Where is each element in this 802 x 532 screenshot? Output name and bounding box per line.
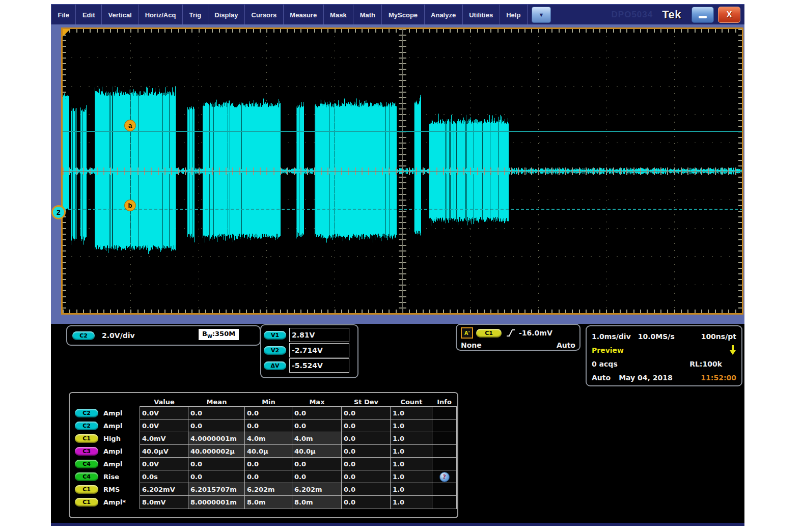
cursor-b-handle[interactable]: b (124, 200, 136, 211)
meas-cell: 0.0 (245, 458, 292, 470)
meas-info-cell (432, 458, 456, 470)
minimize-icon (699, 16, 707, 18)
menu-file[interactable]: File (51, 5, 76, 25)
channel-scale: 2.0V/div (102, 331, 135, 340)
meas-cell: 4.0mV (140, 432, 188, 445)
channel-badge: C2 (75, 409, 98, 417)
menu-edit[interactable]: Edit (76, 5, 102, 25)
meas-cell: 1.0 (391, 483, 432, 496)
trigger-mode: Auto (557, 341, 575, 349)
waveform-zone: a b 2 (51, 24, 744, 324)
cursor-a-handle[interactable]: a (124, 120, 136, 131)
meas-cell: 0.0V (140, 407, 188, 419)
meas-cell: 0.0 (245, 419, 292, 432)
meas-cell: 1.0 (391, 432, 432, 445)
info-icon[interactable]: ? (439, 472, 450, 482)
meas-cell: 0.0 (342, 496, 391, 509)
graticule-frame: a b (61, 27, 743, 315)
meas-info-cell (432, 407, 456, 419)
meas-cell: 6.202m (245, 483, 292, 496)
meas-info-cell (432, 445, 456, 458)
screen: File Edit Vertical Horiz/Acq Trig Displa… (0, 0, 802, 532)
trigger-type: None (461, 341, 482, 349)
meas-cell: 0.0 (342, 458, 391, 470)
menu-display[interactable]: Display (208, 5, 245, 25)
menu-horiz-acq[interactable]: Horiz/Acq (139, 5, 183, 25)
meas-cell: 40.0µ (292, 445, 342, 458)
meas-cell: 8.0000001m (188, 496, 245, 509)
sample-rate: 10.0MS/s (638, 332, 675, 341)
cursor-b-label: b (128, 202, 132, 209)
meas-cell: 8.0mV (140, 496, 188, 509)
trigger-source-badge: C1 (476, 329, 502, 338)
meas-cell: 1.0 (391, 407, 432, 419)
meas-cell: 6.202mV (140, 483, 188, 496)
menu-items: File Edit Vertical Horiz/Acq Trig Displa… (51, 5, 528, 25)
horizontal-readout[interactable]: 1.0ms/div 10.0MS/s 100ns/pt Preview 0 ac… (586, 325, 742, 386)
menu-dropdown-button[interactable]: ▼ (532, 7, 551, 23)
meas-cell: 0.0 (245, 470, 292, 483)
menu-myscope[interactable]: MyScope (382, 5, 424, 25)
menu-math[interactable]: Math (353, 5, 382, 25)
menu-mask[interactable]: Mask (324, 5, 354, 25)
meas-info-cell (432, 419, 456, 432)
plot-area[interactable]: a b (63, 29, 742, 313)
meas-cell: 1.0 (391, 419, 432, 432)
measurement-table[interactable]: Value Mean Min Max St Dev Count Info C2 … (69, 392, 458, 518)
menu-help[interactable]: Help (500, 5, 528, 25)
readout-panel: C2 2.0V/div BW:350M V1 2.81V V2 -2.714V … (51, 324, 744, 526)
meas-cell: 0.0 (342, 470, 391, 483)
meas-cell: 1.0 (391, 445, 432, 458)
chevron-down-icon: ▼ (538, 12, 544, 18)
meas-info-cell (432, 483, 456, 496)
meas-cell: 0.0 (188, 407, 245, 419)
menu-trig[interactable]: Trig (183, 5, 208, 25)
rising-edge-icon (506, 328, 516, 338)
close-button[interactable]: X (718, 7, 740, 23)
v1-badge: V1 (264, 331, 286, 340)
timebase: 1.0ms/div (592, 332, 631, 341)
meas-cell: 8.0m (245, 496, 292, 509)
trigger-readout[interactable]: A' C1 -16.0mV None Auto (456, 324, 580, 351)
channel-badge: C1 (75, 498, 98, 507)
cursor-a-line[interactable] (63, 131, 742, 132)
meas-cell: 0.0 (342, 483, 391, 496)
trigger-position-icon[interactable] (63, 29, 70, 37)
scope-app-window: File Edit Vertical Horiz/Acq Trig Displa… (51, 4, 744, 526)
meas-row-label: C1 Ampl* (71, 496, 140, 509)
minimize-button[interactable] (692, 7, 714, 23)
meas-cell: 6.2015707m (188, 483, 245, 496)
channel-readout[interactable]: C2 2.0V/div BW:350M (66, 325, 261, 346)
meas-cell: 6.202m (292, 483, 342, 496)
meas-cell: 0.0 (342, 407, 391, 419)
meas-row-label: C1 RMS (71, 483, 140, 496)
channel-badge: C1 (75, 485, 98, 494)
cursor-v1-row: V1 2.81V (264, 327, 357, 343)
meas-info-cell (432, 496, 456, 509)
meas-cell: 0.0 (292, 458, 342, 470)
meas-row-label: C3 Ampl (71, 445, 140, 458)
meas-cell: 0.0s (140, 470, 188, 483)
channel-2-label: 2 (57, 208, 61, 216)
cursor-b-line[interactable] (63, 209, 742, 210)
v2-value: -2.714V (292, 346, 323, 354)
menu-vertical[interactable]: Vertical (102, 5, 139, 25)
center-horizontal-axis (63, 167, 742, 175)
meas-cell: 4.0000001m (188, 432, 245, 445)
cursor-readout[interactable]: V1 2.81V V2 -2.714V ΔV -5.524V (260, 324, 358, 378)
bandwidth-readout: BW:350M (199, 329, 239, 340)
meas-row-label: C4 Ampl (71, 458, 140, 470)
meas-cell: 1.0 (391, 458, 432, 470)
meas-cell: 40.0µV (140, 445, 188, 458)
meas-cell: 1.0 (391, 470, 432, 483)
acq-count: 0 acqs (592, 360, 618, 368)
channel-2-marker[interactable]: 2 (51, 205, 66, 219)
menu-utilities[interactable]: Utilities (463, 5, 500, 25)
v1-value: 2.81V (292, 331, 315, 339)
menu-measure[interactable]: Measure (284, 5, 324, 25)
record-length: RL:100k (689, 360, 722, 368)
menu-analyze[interactable]: Analyze (425, 5, 463, 25)
menu-cursors[interactable]: Cursors (245, 5, 284, 25)
meas-cell: 0.0V (140, 419, 188, 432)
cursor-a-label: a (128, 122, 132, 129)
